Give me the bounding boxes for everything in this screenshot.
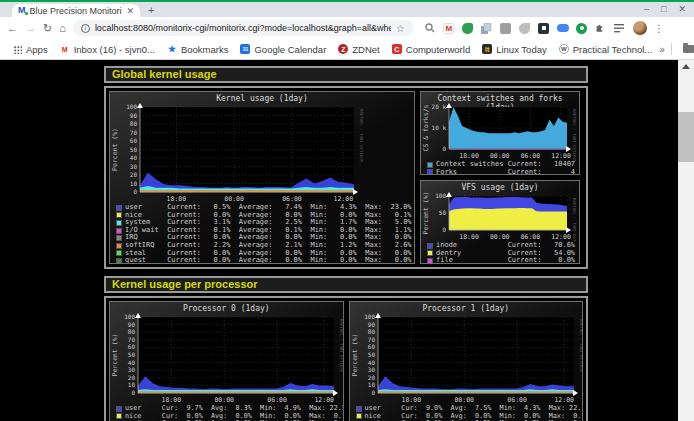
extension-icon-dark[interactable] (538, 22, 550, 34)
svg-text:18:00: 18:00 (167, 195, 187, 203)
extension-icon-gray[interactable] (500, 22, 512, 34)
svg-text:20: 20 (367, 374, 375, 381)
svg-text:20 k: 20 k (432, 103, 447, 110)
svg-text:RRDTOOL / TOBI OETIKER: RRDTOOL / TOBI OETIKER (572, 109, 577, 161)
svg-text:RRDTOOL / TOBI OETIKER: RRDTOOL / TOBI OETIKER (572, 198, 577, 242)
new-tab-button[interactable]: + (148, 4, 154, 17)
legend-swatch (356, 406, 362, 412)
page-scrollbar[interactable] (678, 60, 694, 421)
section-title-kernel-usage-per-processor: Kernel usage per processor (104, 276, 588, 293)
gmail-extension-icon[interactable]: M (443, 22, 455, 34)
legend-swatch (116, 235, 122, 241)
gmail-icon: M (60, 44, 70, 54)
extension-icon-green[interactable] (462, 22, 474, 34)
svg-text:12:00: 12:00 (551, 233, 571, 241)
search-icon[interactable] (424, 22, 436, 34)
site-info-icon[interactable]: i (81, 24, 90, 33)
svg-text:10: 10 (128, 381, 136, 388)
scrollbar-thumb[interactable] (678, 112, 694, 162)
legend-row: file Current: 0.0% (427, 257, 579, 264)
bookmark-star-icon[interactable]: ☆ (396, 23, 405, 34)
forward-button[interactable]: → (25, 23, 36, 34)
svg-text:CS & forks/s: CS & forks/s (422, 104, 430, 151)
tab-title: Blue Precision Monitorix (30, 6, 123, 16)
bookmark-apps[interactable]: Apps (8, 44, 53, 55)
extension-icon-blue[interactable] (557, 22, 569, 34)
bookmark-google-calendar[interactable]: 31 Google Calendar (235, 44, 331, 55)
vfs-usage-chart[interactable]: VFS usage (1day) 05010018:0000:0006:0012… (420, 180, 580, 264)
wordpress-icon: W (559, 44, 569, 54)
svg-text:50: 50 (367, 351, 375, 358)
bookmarks-bar: Apps M Inbox (16) - sjvn0... ★ Bookmarks… (0, 39, 694, 60)
bookmarks-divider (671, 43, 672, 55)
bookmark-inbox[interactable]: M Inbox (16) - sjvn0... (55, 44, 160, 55)
svg-text:00:00: 00:00 (490, 233, 510, 241)
processor-0-plot: 010203040506070809010018:0000:0006:0012:… (110, 313, 344, 405)
svg-text:12:00: 12:00 (314, 396, 334, 404)
extension-icons: M (424, 22, 626, 34)
svg-text:90: 90 (367, 321, 375, 328)
tab-close-icon[interactable]: ✕ (126, 6, 134, 16)
legend-swatch (427, 250, 433, 256)
svg-text:80: 80 (128, 328, 136, 335)
context-switches-chart[interactable]: Context switches and forks (1day) 010 k2… (420, 91, 580, 175)
svg-text:30: 30 (128, 366, 136, 373)
legend-swatch (116, 258, 122, 264)
svg-text:70: 70 (130, 129, 138, 136)
monitorix-favicon: M (18, 6, 26, 15)
bookmark-bookmarks[interactable]: ★ Bookmarks (162, 44, 234, 55)
svg-text:20: 20 (130, 171, 138, 178)
svg-text:12:00: 12:00 (554, 396, 574, 404)
extensions-puzzle-icon[interactable] (595, 22, 607, 34)
back-button[interactable]: ← (7, 23, 18, 34)
svg-text:06:00: 06:00 (521, 152, 541, 160)
playlist-extension-icon[interactable] (614, 22, 626, 34)
extension-icon-cast[interactable] (519, 22, 531, 34)
svg-text:90: 90 (130, 112, 138, 119)
scrollbar-up-arrow[interactable] (682, 64, 690, 69)
svg-text:30: 30 (367, 366, 375, 373)
svg-text:60: 60 (128, 343, 136, 350)
home-button[interactable]: ⌂ (59, 23, 66, 34)
svg-text:Percent (%): Percent (%) (351, 333, 359, 376)
bookmarks-overflow-chevron[interactable]: » (659, 44, 665, 55)
close-button[interactable]: ✕ (678, 3, 686, 15)
svg-text:30: 30 (130, 163, 138, 170)
copy-pages-extension-icon[interactable] (481, 22, 493, 34)
svg-text:00:00: 00:00 (224, 195, 244, 203)
svg-text:70: 70 (128, 336, 136, 343)
profile-avatar[interactable] (633, 21, 647, 35)
svg-text:0: 0 (442, 226, 446, 233)
url-text[interactable]: localhost:8080/monitorix-cgi/monitorix.c… (95, 23, 391, 33)
bookmark-zdnet[interactable]: Z ZDNet (333, 44, 384, 55)
svg-text:06:00: 06:00 (282, 195, 302, 203)
bookmark-computerworld[interactable]: C Computerworld (387, 44, 475, 55)
browser-tab[interactable]: M Blue Precision Monitorix ✕ (12, 4, 140, 17)
browser-menu-icon[interactable]: ⋮ (654, 23, 664, 34)
svg-text:00:00: 00:00 (214, 396, 234, 404)
svg-text:18:00: 18:00 (459, 152, 479, 160)
processor-0-chart[interactable]: Processor 0 (1day) 010203040506070809010… (109, 301, 344, 421)
processor-1-chart[interactable]: Processor 1 (1day) 010203040506070809010… (349, 301, 584, 421)
svg-text:00:00: 00:00 (454, 396, 474, 404)
kernel-usage-chart[interactable]: Kernel usage (1day) 01020304050607080901… (109, 91, 415, 264)
svg-text:06:00: 06:00 (267, 396, 287, 404)
maximize-button[interactable]: □ (661, 3, 666, 15)
chart-title: Processor 0 (1day) (110, 304, 343, 313)
zdnet-icon: Z (338, 44, 348, 54)
legend-swatch (116, 406, 122, 412)
apps-grid-icon (13, 45, 22, 54)
other-bookmarks-button[interactable]: Other bookmarks (678, 44, 694, 55)
section-title-global-kernel-usage: Global kernel usage (104, 66, 588, 83)
minimize-button[interactable]: – (644, 3, 649, 15)
svg-text:Percent (%): Percent (%) (422, 192, 430, 235)
bookmark-practical-technology[interactable]: W Practical Technol... (554, 44, 658, 55)
reload-button[interactable]: ↻ (43, 23, 52, 34)
svg-text:06:00: 06:00 (521, 233, 541, 241)
svg-text:100: 100 (435, 192, 446, 199)
extension-icon-green-circle[interactable] (576, 22, 588, 34)
legend-swatch (116, 212, 122, 218)
global-kernel-usage-section: Kernel usage (1day) 01020304050607080901… (104, 86, 588, 269)
address-bar[interactable]: i localhost:8080/monitorix-cgi/monitorix… (73, 20, 413, 36)
bookmark-linux-today[interactable]: lt Linux Today (477, 44, 552, 55)
